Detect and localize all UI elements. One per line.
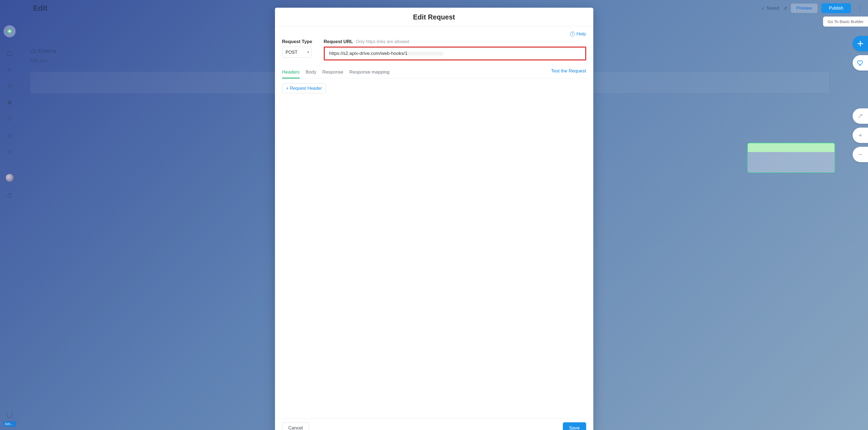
flow-step-card[interactable] — [747, 143, 835, 173]
request-url-highlight: https://s2.apix-drive.com/web-hooks/1x x… — [324, 47, 586, 60]
tab-headers[interactable]: Headers — [282, 67, 300, 79]
modal-header: Edit Request — [275, 8, 593, 26]
page-title: Edit — [33, 4, 48, 12]
request-url-input[interactable]: https://s2.apix-drive.com/web-hooks/1x x… — [325, 48, 585, 59]
modal-footer: Cancel Save — [275, 418, 593, 430]
favorite-button[interactable] — [852, 55, 868, 70]
request-url-hint: Only https links are allowed — [355, 39, 409, 44]
bot-avatar-icon[interactable] — [4, 25, 16, 37]
user-icon[interactable] — [4, 64, 15, 75]
external-label: Externa — [38, 48, 56, 54]
magnet-icon[interactable] — [4, 81, 15, 92]
zoom-out-button[interactable] — [852, 147, 868, 162]
request-url-redacted: x x x x x x x x x x — [407, 51, 443, 56]
help-link[interactable]: ? Help — [570, 31, 586, 37]
tab-content-headers: + Request Header — [282, 79, 586, 98]
request-url-value: https://s2.apix-drive.com/web-hooks/1 — [329, 51, 407, 56]
add-request-header-button[interactable]: + Request Header — [282, 84, 326, 93]
more-menu-icon[interactable]: ⋮ — [855, 4, 865, 12]
zoom-in-button[interactable] — [852, 128, 868, 143]
right-float-tools: Go To Basic Builder — [823, 17, 868, 162]
loading-spinner-icon — [6, 411, 13, 418]
cloud-icon — [30, 48, 36, 54]
left-rail: Activ… — [0, 0, 19, 430]
user-avatar[interactable] — [6, 174, 13, 182]
settings-icon[interactable] — [4, 147, 15, 157]
modal-body: ? Help Request Type POST Request URL Onl… — [275, 26, 593, 418]
tab-body[interactable]: Body — [306, 67, 316, 79]
magic-wand-button[interactable] — [852, 109, 868, 124]
undo-icon[interactable]: ↺ — [783, 6, 787, 11]
help-circle-icon[interactable] — [4, 190, 15, 201]
svg-point-3 — [8, 102, 12, 104]
home-icon[interactable] — [4, 48, 15, 59]
edit-request-modal: Edit Request ? Help Request Type POST — [275, 8, 593, 430]
request-type-select[interactable]: POST — [282, 47, 312, 58]
test-request-link[interactable]: Test the Request — [551, 68, 586, 76]
send-icon[interactable] — [4, 130, 15, 141]
check-icon: ✓ — [761, 6, 765, 11]
add-button[interactable] — [852, 36, 868, 51]
request-type-label: Request Type — [282, 39, 312, 44]
tab-response-mapping[interactable]: Response mapping — [349, 67, 390, 79]
svg-point-2 — [9, 68, 11, 70]
tabs-row: Headers Body Response Response mapping T… — [282, 66, 586, 79]
request-type-select-wrap[interactable]: POST — [282, 47, 312, 58]
saved-label: Saved — [767, 6, 779, 11]
help-icon: ? — [570, 32, 575, 36]
preview-button[interactable]: Preview — [791, 4, 817, 13]
svg-point-8 — [9, 196, 10, 197]
activation-badge[interactable]: Activ… — [3, 421, 16, 427]
save-button[interactable]: Save — [563, 422, 586, 430]
atom-icon[interactable] — [4, 97, 15, 108]
modal-title: Edit Request — [275, 13, 593, 21]
svg-point-6 — [9, 151, 10, 153]
chat-icon[interactable] — [4, 114, 15, 125]
goto-basic-builder-chip[interactable]: Go To Basic Builder — [823, 17, 868, 27]
publish-button[interactable]: Publish — [822, 3, 851, 13]
help-label: Help — [577, 31, 586, 37]
cancel-button[interactable]: Cancel — [282, 422, 309, 430]
svg-rect-1 — [8, 30, 10, 32]
tab-response[interactable]: Response — [322, 67, 344, 79]
saved-indicator: ✓ Saved ↺ — [761, 6, 787, 11]
request-url-label: Request URL — [324, 39, 353, 44]
